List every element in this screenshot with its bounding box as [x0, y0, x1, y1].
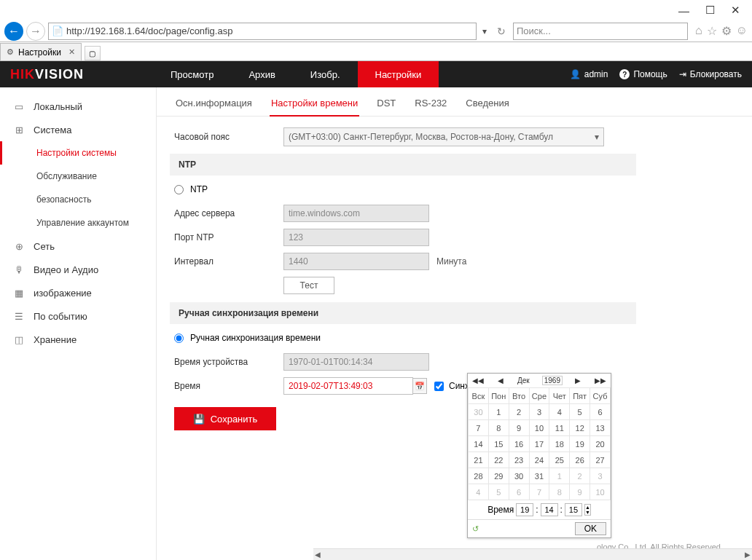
- calendar-day[interactable]: 5: [570, 404, 590, 420]
- calendar-day[interactable]: 18: [549, 436, 570, 452]
- calendar-day[interactable]: 20: [590, 436, 611, 452]
- calendar-icon[interactable]: 📅: [412, 378, 427, 394]
- nav-Архив[interactable]: Архив: [231, 61, 292, 87]
- dp-today-icon[interactable]: ↺: [472, 524, 479, 534]
- ntp-radio[interactable]: [174, 185, 184, 194]
- calendar-day[interactable]: 4: [549, 404, 570, 420]
- nav-Просмотр[interactable]: Просмотр: [153, 61, 231, 87]
- dp-second[interactable]: [565, 503, 582, 516]
- maximize-button[interactable]: ☐: [705, 4, 715, 17]
- timezone-select[interactable]: (GMT+03:00) Санкт-Петербург, Москва, Рос…: [283, 127, 604, 146]
- nav-Настройки[interactable]: Настройки: [358, 61, 439, 87]
- calendar-day[interactable]: 7: [529, 484, 549, 500]
- subtab[interactable]: Сведения: [464, 90, 510, 116]
- dp-spinner[interactable]: ▲▼: [584, 504, 591, 516]
- search-input[interactable]: Поиск...: [513, 23, 688, 40]
- calendar-day[interactable]: 24: [529, 452, 549, 468]
- calendar-day[interactable]: 5: [488, 484, 509, 500]
- dp-minute[interactable]: [541, 503, 558, 516]
- calendar-day[interactable]: 3: [529, 404, 549, 420]
- refresh-button[interactable]: ↻: [493, 23, 510, 40]
- calendar-day[interactable]: 31: [529, 468, 549, 484]
- dp-next-year[interactable]: ▶▶: [593, 376, 608, 384]
- calendar-day[interactable]: 17: [529, 436, 549, 452]
- manual-sync-radio[interactable]: [174, 334, 184, 343]
- calendar-day[interactable]: 12: [570, 420, 590, 436]
- favorites-icon[interactable]: ☆: [707, 24, 717, 38]
- calendar-day[interactable]: 19: [570, 436, 590, 452]
- sidebar-subitem[interactable]: Обслуживание: [0, 165, 156, 188]
- ntp-server-input[interactable]: [283, 205, 429, 222]
- calendar-day[interactable]: 10: [590, 484, 611, 500]
- sidebar-item[interactable]: ▦изображение: [0, 281, 156, 304]
- dp-prev-year[interactable]: ◀◀: [471, 376, 485, 384]
- subtab[interactable]: DST: [375, 90, 397, 116]
- calendar-day[interactable]: 23: [509, 452, 529, 468]
- ntp-interval-input[interactable]: [283, 253, 429, 270]
- dp-hour[interactable]: [516, 503, 533, 516]
- sidebar-item[interactable]: ⊞Система: [0, 118, 156, 141]
- calendar-day[interactable]: 14: [469, 436, 489, 452]
- sidebar-item[interactable]: ☰По событию: [0, 304, 156, 328]
- nav-Изобр.[interactable]: Изобр.: [293, 61, 358, 87]
- ntp-port-input[interactable]: [283, 229, 429, 246]
- close-button[interactable]: ✕: [731, 4, 740, 17]
- calendar-day[interactable]: 25: [549, 452, 570, 468]
- sidebar-item[interactable]: ▭Локальный: [0, 95, 156, 118]
- dp-prev-month[interactable]: ◀: [496, 376, 505, 384]
- sync-pc-checkbox[interactable]: [434, 382, 444, 391]
- calendar-day[interactable]: 29: [488, 468, 509, 484]
- test-button[interactable]: Тест: [283, 277, 334, 294]
- calendar-day[interactable]: 26: [570, 452, 590, 468]
- dp-ok-button[interactable]: OK: [575, 522, 606, 535]
- calendar-day[interactable]: 9: [570, 484, 590, 500]
- save-button[interactable]: 💾 Сохранить: [174, 407, 276, 430]
- calendar-day[interactable]: 7: [469, 420, 489, 436]
- calendar-day[interactable]: 9: [509, 420, 529, 436]
- calendar-day[interactable]: 8: [488, 420, 509, 436]
- tools-icon[interactable]: ⚙: [721, 24, 732, 38]
- sidebar-subitem[interactable]: Управление аккаунтом: [0, 211, 156, 234]
- calendar-day[interactable]: 15: [488, 436, 509, 452]
- nav-back-button[interactable]: ←: [4, 22, 23, 41]
- sidebar-item[interactable]: 🎙Видео и Аудио: [0, 258, 156, 281]
- sidebar-item[interactable]: ◫Хранение: [0, 328, 156, 351]
- calendar-day[interactable]: 13: [590, 420, 611, 436]
- sidebar-subitem[interactable]: безопасность: [0, 188, 156, 211]
- calendar-day[interactable]: 3: [590, 468, 611, 484]
- set-time-input[interactable]: [283, 377, 413, 395]
- smiley-icon[interactable]: ☺: [736, 24, 748, 38]
- calendar-day[interactable]: 30: [469, 404, 489, 420]
- horizontal-scrollbar[interactable]: ◀▶: [313, 548, 752, 560]
- dp-next-month[interactable]: ▶: [573, 376, 582, 384]
- tab-close-icon[interactable]: ✕: [68, 47, 75, 57]
- calendar-day[interactable]: 2: [509, 404, 529, 420]
- home-icon[interactable]: ⌂: [695, 24, 702, 38]
- calendar-day[interactable]: 4: [469, 484, 489, 500]
- dp-year[interactable]: 1969: [542, 376, 563, 385]
- calendar-day[interactable]: 10: [529, 420, 549, 436]
- calendar-day[interactable]: 22: [488, 452, 509, 468]
- help-link[interactable]: ?Помощь: [619, 69, 667, 79]
- calendar-day[interactable]: 6: [590, 404, 611, 420]
- calendar-day[interactable]: 8: [549, 484, 570, 500]
- calendar-day[interactable]: 27: [590, 452, 611, 468]
- minimize-button[interactable]: —: [678, 4, 689, 17]
- calendar-day[interactable]: 6: [509, 484, 529, 500]
- subtab[interactable]: RS-232: [413, 90, 448, 116]
- nav-forward-button[interactable]: →: [26, 22, 45, 41]
- calendar-day[interactable]: 11: [549, 420, 570, 436]
- logout-link[interactable]: ⇥Блокировать: [679, 69, 742, 79]
- sidebar-subitem[interactable]: Настройки системы: [0, 141, 156, 165]
- user-menu[interactable]: 👤admin: [570, 69, 608, 79]
- calendar-day[interactable]: 30: [509, 468, 529, 484]
- calendar-day[interactable]: 1: [549, 468, 570, 484]
- calendar-day[interactable]: 1: [488, 404, 509, 420]
- calendar-day[interactable]: 21: [469, 452, 489, 468]
- calendar-day[interactable]: 16: [509, 436, 529, 452]
- calendar-day[interactable]: 2: [570, 468, 590, 484]
- subtab[interactable]: Настройки времени: [270, 90, 359, 116]
- url-bar[interactable]: 📄 http://192.168.1.64/doc/page/config.as…: [48, 23, 477, 40]
- subtab[interactable]: Осн.информация: [174, 90, 254, 116]
- calendar-day[interactable]: 28: [469, 468, 489, 484]
